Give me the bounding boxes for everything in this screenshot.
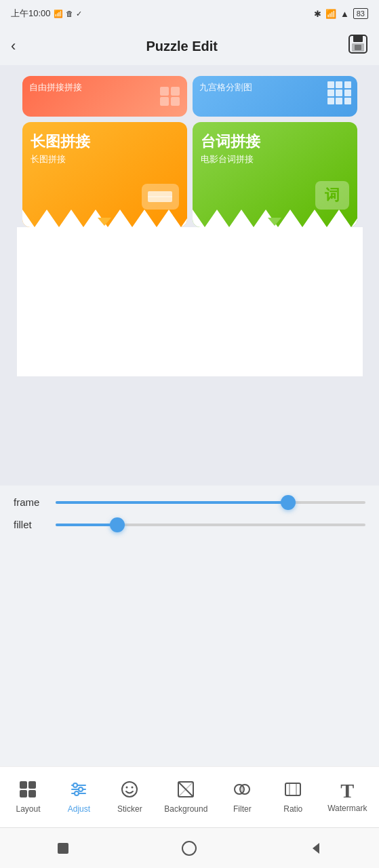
toolbar-item-sticker[interactable]: Sticker [108,776,151,818]
layout-label: Layout [16,804,40,814]
frame-label: frame [14,496,47,508]
svg-rect-31 [58,843,68,854]
status-right: ✱ 📶 ▲ 83 [314,8,368,19]
frame-slider-row: frame [14,496,365,508]
card-free-join[interactable]: 自由拼接拼接 [22,76,187,117]
svg-marker-33 [313,843,319,854]
card-orange-main: 长图拼接 [22,122,187,153]
svg-point-20 [122,782,137,797]
filter-icon [233,780,252,802]
frame-slider[interactable] [56,501,365,504]
toolbar-item-watermark[interactable]: T Waterm­ark [322,776,372,817]
nav-home-button[interactable] [49,835,77,862]
card-long-image[interactable]: 长图拼接 长图拼接 [22,122,187,227]
nav-back-button[interactable] [302,835,330,862]
fillet-slider[interactable] [56,524,365,526]
svg-rect-13 [28,790,36,797]
cellular-icon: 📶 [325,9,336,19]
battery-icon: 83 [353,8,368,19]
card-green-sub: 电影台词拼接 [193,153,357,165]
card-script-join[interactable]: 台词拼接 电影台词拼接 词 [193,122,357,227]
nav-bar [0,827,379,868]
svg-point-21 [126,787,128,789]
sticker-label: Sticker [117,804,142,814]
svg-rect-1 [353,35,363,42]
header: ‹ Puzzle Edit [0,27,379,65]
status-left: 上午10:00 📶 🗑 ✓ [11,7,82,20]
svg-rect-11 [28,781,36,789]
bottom-toolbar: Layout Adjust Sticker [0,766,379,827]
card-orange-icon [142,184,179,210]
adjust-icon [69,780,88,802]
wifi-icon: ▲ [340,9,349,19]
card-grid-split[interactable]: 九宫格分割图 [193,76,357,117]
background-label: Back­gro­und [164,804,207,814]
watermark-label: Waterm­ark [327,804,367,813]
sticker-icon [120,780,139,802]
fillet-slider-fill [56,524,117,526]
status-trash-icon: 🗑 [66,9,73,18]
svg-rect-28 [285,783,300,795]
status-check-icon: ✓ [76,9,82,18]
canvas-area: 自由拼接拼接 九宫格分割图 [0,65,379,486]
status-bar: 上午10:00 📶 🗑 ✓ ✱ 📶 ▲ 83 [0,0,379,27]
bluetooth-icon: ✱ [314,9,321,19]
background-icon [176,780,195,802]
status-signal-icon: 📶 [54,9,63,18]
back-button[interactable]: ‹ [11,37,16,55]
svg-point-19 [75,791,79,795]
second-row: 长图拼接 长图拼接 [17,122,363,227]
svg-point-18 [79,787,83,791]
svg-point-17 [73,783,77,787]
svg-rect-12 [20,790,27,797]
svg-point-32 [182,842,196,855]
card-orange-sub: 长图拼接 [22,153,187,165]
toolbar-item-adjust[interactable]: Adjust [57,776,100,818]
orange-arrow [98,216,111,227]
frame-slider-thumb[interactable] [281,495,296,510]
status-time: 上午10:00 [11,7,51,20]
toolbar-item-ratio[interactable]: Ratio [271,776,315,818]
toolbar-item-background[interactable]: Back­gro­und [159,776,213,818]
filter-label: Filter [233,804,252,814]
svg-marker-9 [268,218,281,226]
adjust-label: Adjust [68,804,90,814]
sliders-area: frame fillet [0,486,379,547]
page-title: Puzzle Edit [146,39,218,54]
green-arrow [268,216,281,227]
ratio-label: Ratio [283,804,302,814]
white-canvas [17,227,363,376]
save-button[interactable] [348,34,368,59]
card-green-main: 台词拼接 [193,122,357,153]
ratio-icon [283,780,302,802]
card-green-word-icon: 词 [315,181,349,210]
fillet-label: fillet [14,519,47,530]
nav-circle-button[interactable] [176,835,203,862]
frame-slider-fill [56,501,288,504]
toolbar-item-filter[interactable]: Filter [220,776,264,818]
top-row: 自由拼接拼接 九宫格分割图 [17,71,363,117]
fillet-slider-row: fillet [14,519,365,530]
puzzle-container: 自由拼接拼接 九宫格分割图 [17,71,363,376]
svg-rect-10 [20,781,27,789]
svg-point-22 [132,787,134,789]
svg-rect-3 [355,45,361,50]
svg-marker-7 [98,218,111,226]
layout-icon [18,780,37,802]
fillet-slider-thumb[interactable] [110,517,125,532]
toolbar-item-layout[interactable]: Layout [6,776,49,818]
watermark-icon: T [340,781,354,801]
